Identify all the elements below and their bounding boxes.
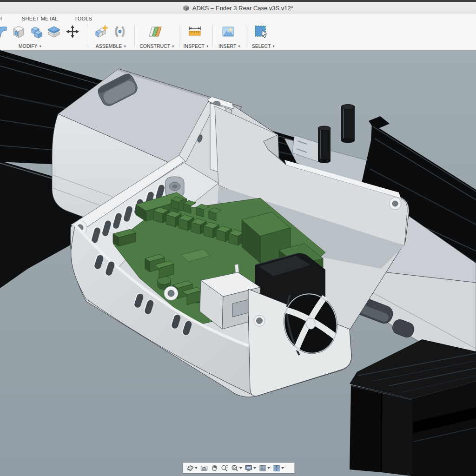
- group-select: SELECT ▼: [247, 23, 280, 50]
- fillet-icon[interactable]: [0, 24, 8, 40]
- group-assemble: ASSEMBLE ▼: [88, 23, 134, 50]
- document-cube-icon: [183, 5, 190, 11]
- view-navigation-bar: [183, 463, 295, 473]
- construct-menu[interactable]: CONSTRUCT ▼: [135, 43, 179, 49]
- group-modify: MODIFY ▼: [0, 23, 86, 50]
- look-at-button[interactable]: [199, 463, 209, 472]
- fusion-window: ADKS – Ender 3 Rear Case v3S v12* H SHEE…: [0, 0, 476, 476]
- shell-icon[interactable]: [11, 24, 27, 40]
- tab-sheet-metal[interactable]: SHEET METAL: [22, 16, 58, 21]
- extrusion-pin-left[interactable]: [318, 126, 331, 163]
- ribbon-toolbar: H SHEET METAL TOOLS: [0, 14, 476, 51]
- viewport-canvas[interactable]: [0, 50, 476, 476]
- group-construct: CONSTRUCT ▼: [135, 23, 179, 50]
- tab-tools[interactable]: TOOLS: [74, 16, 92, 21]
- split-body-icon[interactable]: [46, 24, 62, 40]
- inspect-menu[interactable]: INSPECT ▼: [180, 43, 212, 49]
- construction-plane-icon[interactable]: [147, 24, 163, 40]
- title-bar: ADKS – Ender 3 Rear Case v3S v12*: [0, 2, 476, 14]
- window-title: ADKS – Ender 3 Rear Case v3S v12*: [192, 5, 293, 12]
- new-component-icon[interactable]: [94, 24, 110, 40]
- fit-button[interactable]: [230, 463, 243, 472]
- orbit-button[interactable]: [185, 463, 198, 472]
- tab-clipped[interactable]: H: [0, 16, 2, 21]
- assemble-menu[interactable]: ASSEMBLE ▼: [88, 43, 134, 49]
- pan-button[interactable]: [210, 463, 219, 472]
- group-inspect: INSPECT ▼: [180, 23, 212, 50]
- insert-menu[interactable]: INSERT ▼: [213, 43, 246, 49]
- extrusion-pin-right[interactable]: [341, 105, 355, 143]
- group-insert: INSERT ▼: [213, 23, 246, 50]
- modify-menu[interactable]: MODIFY ▼: [0, 43, 73, 49]
- grid-snaps-button[interactable]: [258, 463, 271, 472]
- measure-icon[interactable]: [187, 24, 203, 40]
- zoom-button[interactable]: [220, 463, 229, 472]
- insert-image-icon[interactable]: [221, 24, 237, 40]
- move-copy-icon[interactable]: [65, 24, 81, 40]
- combine-icon[interactable]: [29, 24, 45, 40]
- joint-icon[interactable]: [112, 24, 128, 40]
- select-icon[interactable]: [253, 24, 269, 40]
- viewports-button[interactable]: [272, 463, 285, 472]
- select-menu[interactable]: SELECT ▼: [247, 43, 280, 49]
- display-settings-button[interactable]: [244, 463, 257, 472]
